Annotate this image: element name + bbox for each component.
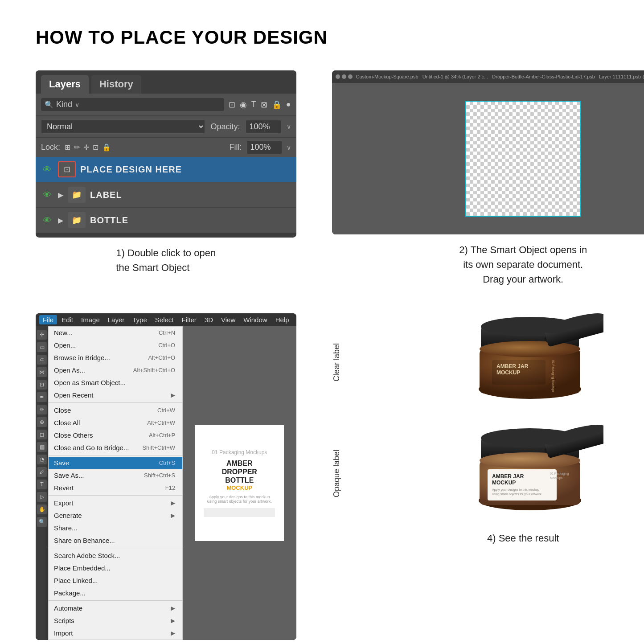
menu-item-revert[interactable]: Revert F12 [49,482,182,494]
tool-move[interactable]: ✛ [37,330,47,340]
layer-expand-icon-bottle[interactable]: ▶ [58,216,63,225]
menu-item-close-shortcut: Ctrl+W [157,407,175,414]
tool-zoom[interactable]: 🔍 [37,517,47,527]
type-icon: T [251,100,256,110]
menu-item-automate[interactable]: Automate ▶ [49,602,182,615]
separator-1 [49,402,182,403]
menu-item-import[interactable]: Import ▶ [49,627,182,640]
tool-gradient[interactable]: ▤ [37,442,47,452]
menu-item-close-all-shortcut: Alt+Ctrl+W [147,419,175,426]
ps-search-box[interactable]: 🔍 Kind ∨ [41,98,224,111]
layer-name-label: LABEL [90,190,122,200]
ps-kind-dropdown[interactable]: Kind [56,100,72,109]
menu-item-share-behance[interactable]: Share on Behance... [49,534,182,547]
layer-place-design[interactable]: 👁 PLACE DESIGN HERE [36,157,296,182]
expand-dot [348,74,353,79]
menu-item-export[interactable]: Export ▶ [49,497,182,509]
layer-visibility-icon[interactable]: 👁 [41,164,53,174]
amber-jar-mockup-clear: AMBER JAR MOCKUP 01 Packaging Mockups [350,313,644,411]
menu-item-share[interactable]: Share... [49,522,182,534]
tool-select[interactable]: ▭ [37,342,47,352]
svg-text:01 Packaging Mockups: 01 Packaging Mockups [551,360,555,393]
menu-type[interactable]: Type [129,315,151,324]
menu-item-open-recent[interactable]: Open Recent ▶ [49,389,182,402]
menu-item-close-all[interactable]: Close All Alt+Ctrl+W [49,417,182,429]
menu-item-new[interactable]: New... Ctrl+N [49,327,182,339]
menu-item-close-others-label: Close Others [54,431,93,439]
menu-item-save[interactable]: Save Ctrl+S [49,457,182,469]
menu-item-open-shortcut: Ctrl+O [158,342,175,349]
ps-file-body: ✛ ▭ ⊂ ⋈ ⊡ ✒ ✏ ⊕ ◻ ▤ ◔ 🖊 T ▷ ✋ 🔍 [36,326,296,640]
fill-arrow-icon: ∨ [287,144,291,151]
tool-burn[interactable]: ◔ [37,455,47,464]
layer-expand-icon-label[interactable]: ▶ [58,191,63,199]
tool-hand[interactable]: ✋ [37,505,47,514]
ps-doc-subtitle: Apply your designs to this mockupusing s… [207,495,272,504]
menu-item-package-label: Package... [54,589,86,597]
layer-folder-thumb-bottle [68,212,86,228]
ps-tabs-row: Layers History [36,70,296,94]
menu-item-package[interactable]: Package... [49,587,182,599]
tool-magic-wand[interactable]: ⋈ [37,367,47,377]
tab-history[interactable]: History [91,75,141,94]
menu-item-automate-shortcut: ▶ [171,605,175,611]
menu-item-new-label: New... [54,329,73,336]
opacity-value[interactable]: 100% [246,120,281,134]
menu-window[interactable]: Window [240,315,271,324]
tab-layers[interactable]: Layers [41,75,89,94]
layer-label[interactable]: 👁 ▶ LABEL [36,182,296,208]
menu-item-stock[interactable]: Search Adobe Stock... [49,550,182,562]
menu-image[interactable]: Image [78,315,103,324]
pixel-icon: ⊡ [229,100,235,110]
menu-item-save-as[interactable]: Save As... Shift+Ctrl+S [49,469,182,482]
ps-window-controls [336,74,353,79]
tool-pen[interactable]: 🖊 [37,467,47,477]
menu-item-place-embedded-label: Place Embedded... [54,564,111,572]
menu-item-generate-label: Generate [54,512,82,519]
menu-item-close-bridge[interactable]: Close and Go to Bridge... Shift+Ctrl+W [49,442,182,454]
step4-cell: Clear label AMBER JAR [332,313,644,644]
lock-position-icon: ✛ [83,143,89,152]
tool-lasso[interactable]: ⊂ [37,355,47,365]
tool-text[interactable]: T [37,480,47,489]
layer-bottle[interactable]: 👁 ▶ BOTTLE [36,208,296,233]
menu-edit[interactable]: Edit [58,315,77,324]
step1-description: 1) Double click to openthe Smart Object [116,246,216,275]
blend-mode-select[interactable]: Normal [41,119,205,134]
menu-item-generate[interactable]: Generate ▶ [49,509,182,522]
fill-value[interactable]: 100% [246,140,282,154]
menu-layer[interactable]: Layer [104,315,128,324]
tool-eye-dropper[interactable]: ✒ [37,392,47,402]
layer-visibility-icon-label[interactable]: 👁 [41,190,53,200]
color-icon: ● [286,100,291,110]
menu-filter[interactable]: Filter [178,315,200,324]
menu-item-import-shortcut: ▶ [171,630,175,636]
tool-crop[interactable]: ⊡ [37,380,47,390]
menu-select[interactable]: Select [152,315,177,324]
tool-brush[interactable]: ✏ [37,405,47,414]
menu-3d[interactable]: 3D [201,315,217,324]
menu-item-open-as[interactable]: Open As... Alt+Shift+Ctrl+O [49,364,182,377]
menu-item-scripts[interactable]: Scripts ▶ [49,615,182,627]
jar-svg-opaque: AMBER JAR MOCKUP Apply your designs to t… [461,425,603,523]
menu-item-close[interactable]: Close Ctrl+W [49,404,182,417]
menu-item-close-others[interactable]: Close Others Alt+Ctrl+P [49,429,182,442]
svg-text:MOCKUP: MOCKUP [496,369,520,376]
layer-visibility-icon-bottle[interactable]: 👁 [41,215,53,225]
ps-doc-ruler-area [204,508,275,517]
menu-item-place-linked[interactable]: Place Linked... [49,574,182,587]
menu-item-scripts-shortcut: ▶ [171,617,175,624]
menu-help[interactable]: Help [272,315,293,324]
menu-item-place-embedded[interactable]: Place Embedded... [49,562,182,574]
menu-item-open-smart[interactable]: Open as Smart Object... [49,377,182,389]
menu-item-open[interactable]: Open... Ctrl+O [49,339,182,352]
menu-item-browse[interactable]: Browse in Bridge... Alt+Ctrl+O [49,352,182,364]
tool-shape[interactable]: ▷ [37,492,47,502]
tool-clone[interactable]: ⊕ [37,417,47,427]
menu-view[interactable]: View [217,315,239,324]
menu-item-stock-label: Search Adobe Stock... [54,552,120,559]
tool-eraser[interactable]: ◻ [37,430,47,439]
opacity-label: Opacity: [210,122,240,131]
menu-file[interactable]: File [39,315,57,324]
clear-label-text: Clear label [332,343,341,381]
